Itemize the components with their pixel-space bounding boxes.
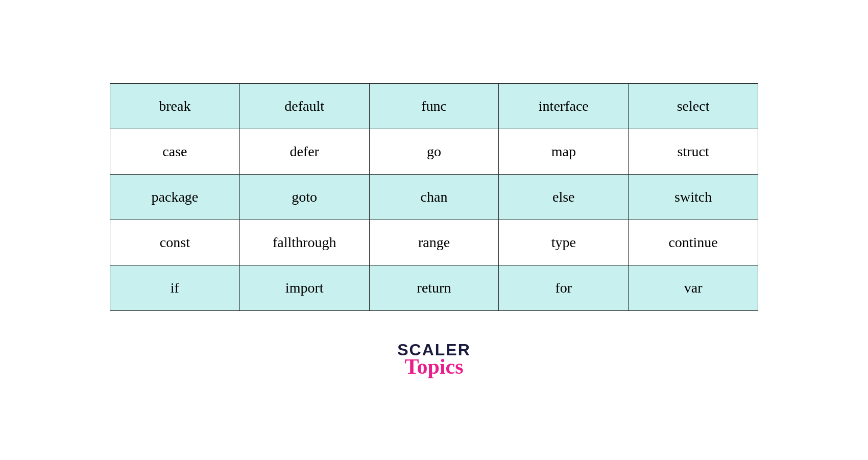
table-cell: for	[499, 265, 629, 310]
table-cell: range	[369, 220, 499, 265]
keywords-table: breakdefaultfuncinterfaceselectcasedefer…	[110, 83, 758, 311]
table-row: packagegotochanelseswitch	[110, 174, 758, 220]
table-row: casedefergomapstruct	[110, 129, 758, 174]
table-cell: select	[629, 83, 758, 129]
table-cell: goto	[239, 174, 369, 220]
logo: SCALER Topics	[397, 342, 471, 377]
table-cell: go	[369, 129, 499, 174]
table-row: constfallthroughrangetypecontinue	[110, 220, 758, 265]
table-cell: var	[629, 265, 758, 310]
table-cell: func	[369, 83, 499, 129]
logo-topics: Topics	[404, 356, 463, 377]
keywords-table-container: breakdefaultfuncinterfaceselectcasedefer…	[110, 83, 758, 311]
table-cell: chan	[369, 174, 499, 220]
table-cell: case	[110, 129, 240, 174]
table-cell: fallthrough	[239, 220, 369, 265]
table-cell: break	[110, 83, 240, 129]
table-cell: import	[239, 265, 369, 310]
table-row: ifimportreturnforvar	[110, 265, 758, 310]
table-cell: switch	[629, 174, 758, 220]
table-cell: else	[499, 174, 629, 220]
table-cell: default	[239, 83, 369, 129]
table-row: breakdefaultfuncinterfaceselect	[110, 83, 758, 129]
table-cell: defer	[239, 129, 369, 174]
table-cell: package	[110, 174, 240, 220]
table-cell: type	[499, 220, 629, 265]
table-cell: return	[369, 265, 499, 310]
table-cell: map	[499, 129, 629, 174]
table-cell: struct	[629, 129, 758, 174]
table-cell: if	[110, 265, 240, 310]
table-cell: continue	[629, 220, 758, 265]
table-cell: interface	[499, 83, 629, 129]
table-cell: const	[110, 220, 240, 265]
